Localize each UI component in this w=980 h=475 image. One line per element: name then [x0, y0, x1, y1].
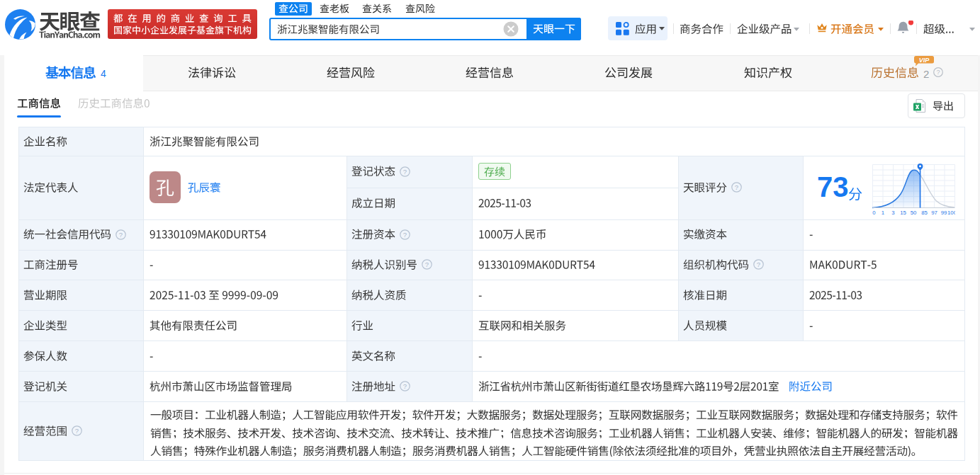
svg-text:VIP: VIP [919, 56, 930, 63]
svg-text:?: ? [936, 69, 940, 76]
